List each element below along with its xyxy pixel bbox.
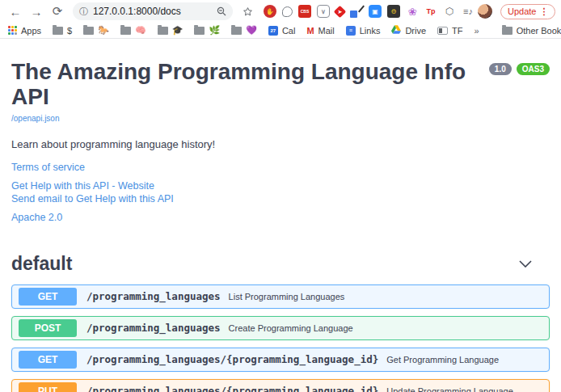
endpoint-list: GET /programming_languages List Programm… <box>11 285 550 392</box>
extension-strip: ✋ CBS ∨ ➤ ▣ ⚙ ❀ Tp ⬡ ≡♪ <box>264 5 475 18</box>
bookmark-links[interactable]: ≡Links <box>346 26 381 36</box>
api-description: Learn about programming language history… <box>11 138 550 150</box>
address-bar[interactable]: ⓘ 127.0.0.1:8000/docs <box>73 2 233 20</box>
terms-link[interactable]: Terms of service <box>11 161 550 174</box>
endpoint-summary: Create Programming Language <box>229 323 353 333</box>
endpoint-summary: List Programming Languages <box>229 292 345 301</box>
media-controls-icon[interactable]: ≡♪ <box>462 5 475 18</box>
endpoint-get-list[interactable]: GET /programming_languages List Programm… <box>11 285 550 309</box>
tf-icon <box>437 27 448 35</box>
browser-toolbar: ← → ⟳ ⓘ 127.0.0.1:8000/docs ✋ CBS ∨ ➤ ▣ … <box>0 0 561 23</box>
pocket-extension-icon[interactable]: ∨ <box>317 5 330 18</box>
apps-grid-icon <box>8 26 17 35</box>
bookmark-label: Drive <box>405 26 426 36</box>
bookmark-folder-brain[interactable]: 🧠 <box>120 25 146 36</box>
method-badge: GET <box>19 288 77 306</box>
api-title-text: The Amazing Programming Language Info AP… <box>11 60 484 110</box>
forward-icon[interactable]: → <box>27 2 45 20</box>
openapi-spec-link[interactable]: /openapi.json <box>11 114 60 123</box>
bookmark-folder-heart[interactable]: 💜 <box>231 25 257 36</box>
help-email-link[interactable]: Send email to Get Help with this API <box>11 192 550 205</box>
method-badge: PUT <box>19 382 77 392</box>
endpoint-path: /programming_languages/{programming_lang… <box>86 353 378 365</box>
folder-icon <box>231 27 242 35</box>
version-badge: 1.0 <box>489 63 512 75</box>
endpoint-path: /programming_languages <box>86 290 221 302</box>
help-website-link[interactable]: Get Help with this API - Website <box>11 179 550 192</box>
zoom-out-icon[interactable] <box>217 6 226 16</box>
folder-icon <box>53 27 63 35</box>
endpoint-post-create[interactable]: POST /programming_languages Create Progr… <box>11 316 550 340</box>
bookmark-label: Links <box>360 26 381 36</box>
folder-icon <box>83 27 94 35</box>
profile-avatar[interactable] <box>478 4 492 19</box>
section-default-header[interactable]: default <box>11 253 550 275</box>
drive-icon <box>391 25 401 36</box>
site-info-icon[interactable]: ⓘ <box>79 7 88 16</box>
update-button[interactable]: Update ⋮ <box>500 4 555 19</box>
chevron-down-icon[interactable] <box>519 260 532 268</box>
folder-icon <box>194 27 205 35</box>
folder-icon <box>502 27 512 35</box>
calendar-icon: 27 <box>268 26 278 36</box>
folder-icon <box>120 27 131 35</box>
bookmark-mail[interactable]: MMail <box>306 26 334 36</box>
other-bookmarks[interactable]: Other Bookmarks <box>502 26 561 36</box>
method-badge: POST <box>19 319 77 337</box>
bookmark-apps[interactable]: Apps <box>8 26 41 36</box>
bookmarks-overflow-icon[interactable]: » <box>475 26 479 36</box>
method-badge: GET <box>19 351 77 369</box>
bookmark-label: Apps <box>21 26 41 36</box>
oas3-badge: OAS3 <box>517 63 550 75</box>
bookmark-label: TF <box>452 26 462 36</box>
other-bookmarks-label: Other Bookmarks <box>517 26 561 36</box>
cbs-extension-icon[interactable]: CBS <box>298 5 311 18</box>
endpoint-put-update[interactable]: PUT /programming_languages/{programming_… <box>11 379 550 392</box>
color-picker-extension-icon[interactable] <box>350 5 363 18</box>
back-icon[interactable]: ← <box>6 2 24 20</box>
reload-icon[interactable]: ⟳ <box>49 2 66 20</box>
bookmark-drive[interactable]: Drive <box>391 25 426 36</box>
bookmark-label: 🧠 <box>135 25 146 36</box>
zoom-meeting-extension-icon[interactable]: ▣ <box>369 5 382 18</box>
bookmark-tf[interactable]: TF <box>437 26 462 36</box>
endpoint-get-one[interactable]: GET /programming_languages/{programming_… <box>11 348 550 372</box>
bookmark-star-icon[interactable] <box>239 3 255 19</box>
url-text[interactable]: 127.0.0.1:8000/docs <box>93 6 212 17</box>
bookmark-label: Cal <box>282 26 296 36</box>
page-title: The Amazing Programming Language Info AP… <box>11 60 550 110</box>
swagger-page: The Amazing Programming Language Info AP… <box>0 39 561 392</box>
diamond-arrow-extension-icon[interactable]: ➤ <box>334 5 347 18</box>
endpoint-summary: Get Programming Language <box>386 355 499 365</box>
bookmark-folder-horse[interactable]: 🐎 <box>83 25 109 36</box>
bookmark-label: Mail <box>318 26 335 36</box>
adblock-extension-icon[interactable]: ✋ <box>264 5 276 18</box>
bookmark-folder-dollar[interactable]: $ <box>53 26 72 36</box>
bookmark-folder-leaf[interactable]: 🌿 <box>194 25 220 36</box>
bookmark-label: 🐎 <box>98 25 109 36</box>
bookmark-label: 💜 <box>246 25 257 36</box>
bookmark-label: 🎓 <box>172 25 183 36</box>
flower-extension-icon[interactable]: ❀ <box>406 5 419 18</box>
gmail-icon: M <box>306 26 314 36</box>
bookmarks-bar: Apps $ 🐎 🧠 🎓 🌿 💜 27Cal MMail ≡Links Driv… <box>0 23 561 39</box>
bookmark-folder-grad[interactable]: 🎓 <box>158 25 183 36</box>
gear-extension-icon[interactable]: ⚙ <box>387 5 400 18</box>
endpoint-path: /programming_languages <box>86 322 221 334</box>
bookmark-calendar[interactable]: 27Cal <box>268 26 296 36</box>
endpoint-summary: Update Programming Language <box>386 386 513 392</box>
extensions-puzzle-icon[interactable]: ⬡ <box>443 5 456 18</box>
section-title: default <box>11 253 72 275</box>
license-link[interactable]: Apache 2.0 <box>11 211 550 224</box>
chat-extension-icon[interactable] <box>282 6 293 17</box>
bookmark-label: 🌿 <box>209 25 220 36</box>
folder-icon <box>158 27 168 35</box>
update-label: Update <box>508 6 536 16</box>
kebab-menu-icon[interactable]: ⋮ <box>539 6 548 17</box>
endpoint-path: /programming_languages/{programming_lang… <box>86 385 378 392</box>
links-icon: ≡ <box>346 26 356 36</box>
trustpilot-extension-icon[interactable]: Tp <box>424 5 437 18</box>
bookmark-label: $ <box>67 26 72 36</box>
